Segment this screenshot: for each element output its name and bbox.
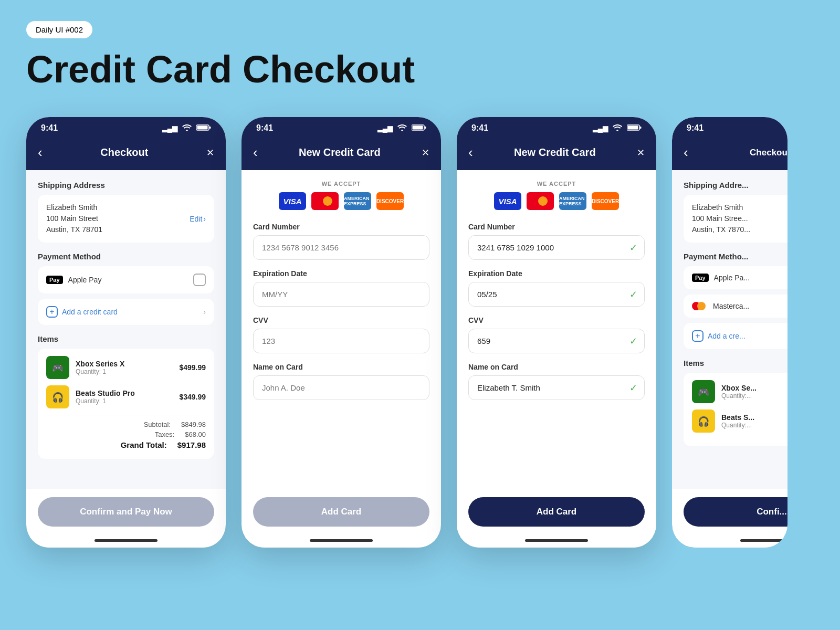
- expiry-input-2[interactable]: [253, 282, 429, 307]
- home-indicator-2: [242, 537, 441, 548]
- back-icon-4[interactable]: ‹: [684, 144, 688, 161]
- phone3-content: WE ACCEPT VISA AMERICAN EXPRESS DISCOVER…: [457, 170, 656, 497]
- apple-pay-left-4: Pay Apple Pa...: [692, 274, 750, 282]
- page-title: Credit Card Checkout: [26, 48, 814, 91]
- status-bar-4: 9:41 ▂▄▆: [672, 117, 788, 137]
- confirm-pay-button[interactable]: Confirm and Pay Now: [38, 497, 214, 527]
- nav-title-4: Checkout: [750, 148, 788, 158]
- mastercard-logo: [311, 192, 339, 210]
- beats-image-4: 🎧: [692, 410, 715, 433]
- name-label-2: Name on Card: [253, 363, 429, 371]
- status-bar-3: 9:41 ▂▄▆: [457, 117, 656, 137]
- edit-link[interactable]: Edit ›: [190, 215, 206, 223]
- amex-logo: AMERICAN EXPRESS: [344, 192, 371, 210]
- nav-title-3: New Credit Card: [514, 146, 596, 159]
- svg-rect-9: [425, 127, 426, 129]
- card-number-label-3: Card Number: [468, 223, 645, 231]
- svg-rect-12: [640, 127, 642, 129]
- name-input-2[interactable]: [253, 375, 429, 400]
- beats-info: Beats Studio Pro Quantity: 1: [76, 389, 173, 405]
- expiry-wrapper-3: ✓: [468, 282, 645, 307]
- phone-partial-wrapper: 9:41 ▂▄▆ ‹ Checkout ✕: [672, 117, 788, 548]
- svg-text:🎧: 🎧: [52, 392, 64, 403]
- address-box: Elizabeth Smith 100 Main Street Austin, …: [38, 195, 214, 243]
- mastercard-left-4: Masterca...: [692, 302, 749, 310]
- apple-pay-label: Apple Pay: [68, 276, 102, 284]
- svg-rect-11: [628, 125, 638, 129]
- back-icon-2[interactable]: ‹: [253, 144, 258, 161]
- apple-pay-label-4: Apple Pa...: [714, 274, 750, 282]
- apple-pay-icon-4: Pay: [692, 274, 709, 282]
- shipping-label-4: Shipping Addre...: [684, 181, 788, 190]
- card-logos-3: VISA AMERICAN EXPRESS DISCOVER: [468, 192, 645, 210]
- visa-logo-3: VISA: [494, 192, 521, 210]
- nav-bar-4: ‹ Checkout ✕: [672, 137, 788, 170]
- name-input-3[interactable]: [468, 375, 645, 400]
- wifi-icon: [182, 124, 192, 133]
- svg-rect-2: [209, 127, 211, 129]
- phone-partial-inner: 9:41 ▂▄▆ ‹ Checkout ✕: [672, 117, 788, 548]
- expiry-label-3: Expiration Date: [468, 269, 645, 278]
- address-name-4: Elizabeth Smith: [692, 202, 750, 213]
- card-number-group-2: Card Number: [253, 223, 429, 260]
- svg-text:🎧: 🎧: [698, 416, 710, 427]
- card-number-input-3[interactable]: [468, 235, 645, 260]
- grand-val: $917.98: [177, 440, 206, 449]
- payment-label: Payment Method: [38, 252, 214, 261]
- discover-logo-3: DISCOVER: [592, 192, 619, 210]
- signal-icon-2: ▂▄▆: [377, 124, 393, 132]
- we-accept-3: WE ACCEPT: [468, 181, 645, 187]
- close-icon-2[interactable]: ✕: [422, 147, 429, 159]
- we-accept-2: WE ACCEPT: [253, 181, 429, 187]
- home-bar-1: [94, 539, 158, 542]
- expiry-input-3[interactable]: [468, 282, 645, 307]
- cvv-input-2[interactable]: [253, 329, 429, 353]
- address-name: Elizabeth Smith: [46, 202, 102, 213]
- confirm-pay-button-4[interactable]: Confi...: [684, 497, 788, 527]
- address-street: 100 Main Street: [46, 213, 102, 224]
- add-card-btn-4[interactable]: + Add a cre...: [684, 323, 788, 349]
- apple-pay-checkbox[interactable]: [193, 274, 206, 286]
- visa-logo: VISA: [279, 192, 306, 210]
- nav-bar-3: ‹ New Credit Card ✕: [457, 137, 656, 170]
- add-card-button-2[interactable]: Add Card: [253, 497, 429, 527]
- add-card-button-3[interactable]: Add Card: [468, 497, 645, 527]
- svg-text:🎮: 🎮: [698, 386, 710, 398]
- back-icon-1[interactable]: ‹: [38, 144, 43, 161]
- taxes-row: Taxes: $68.00: [46, 430, 206, 438]
- status-time-1: 9:41: [41, 123, 58, 133]
- items-label-4: Items: [684, 359, 788, 368]
- cvv-group-2: CVV: [253, 316, 429, 353]
- address-text: Elizabeth Smith 100 Main Street Austin, …: [46, 202, 102, 235]
- xbox-image-4: 🎮: [692, 380, 715, 403]
- plus-icon-4: +: [692, 330, 704, 342]
- phone-checkout: 9:41 ▂▄▆ ‹ Checkout ✕ Shipping Address: [26, 117, 226, 548]
- card-logos-2: VISA AMERICAN EXPRESS DISCOVER: [253, 192, 429, 210]
- phone-checkout-partial: 9:41 ▂▄▆ ‹ Checkout ✕: [672, 117, 788, 548]
- home-bar-3: [525, 539, 588, 542]
- apple-pay-option[interactable]: Pay Apple Pay: [38, 266, 214, 293]
- status-icons-3: ▂▄▆: [593, 124, 642, 133]
- card-number-input-2[interactable]: [253, 235, 429, 260]
- beats-name: Beats Studio Pro: [76, 389, 173, 397]
- add-card-btn[interactable]: + Add a credit card ›: [38, 299, 214, 325]
- subtotal-val: $849.98: [181, 421, 206, 428]
- status-time-4: 9:41: [687, 123, 704, 133]
- close-icon-1[interactable]: ✕: [206, 147, 214, 159]
- apple-pay-option-4[interactable]: Pay Apple Pa...: [684, 266, 788, 289]
- cvv-input-3[interactable]: [468, 329, 645, 353]
- phone-new-card-empty: 9:41 ▂▄▆ ‹ New Credit Card ✕ WE ACCEPT V…: [242, 117, 441, 548]
- cvv-check-3: ✓: [629, 335, 637, 347]
- xbox-qty-4: Quantity:...: [721, 392, 788, 400]
- chevron-right-icon-2: ›: [203, 308, 206, 316]
- phone2-content: WE ACCEPT VISA AMERICAN EXPRESS DISCOVER…: [242, 170, 441, 497]
- back-icon-3[interactable]: ‹: [468, 144, 473, 161]
- close-icon-3[interactable]: ✕: [637, 147, 645, 159]
- nav-title-1: Checkout: [100, 146, 148, 159]
- taxes-val: $68.00: [185, 430, 206, 438]
- items-section-4: 🎮 Xbox Se... Quantity:...: [684, 373, 788, 446]
- status-bar-2: 9:41 ▂▄▆: [242, 117, 441, 137]
- mastercard-option-4[interactable]: Masterca...: [684, 295, 788, 318]
- battery-icon: [196, 124, 211, 133]
- card-number-group-3: Card Number ✓: [468, 223, 645, 260]
